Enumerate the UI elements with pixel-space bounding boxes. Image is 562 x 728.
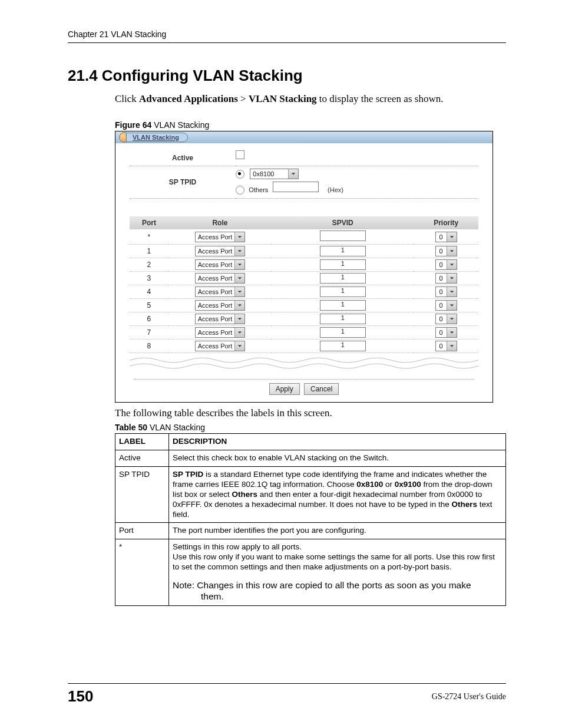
active-checkbox[interactable] — [236, 150, 244, 159]
label-active: Active — [130, 150, 236, 166]
spvid-input[interactable]: 1 — [320, 246, 366, 256]
priority-select[interactable]: 0 — [435, 300, 457, 311]
chevron-down-icon — [234, 274, 244, 283]
priority-select[interactable]: 0 — [435, 327, 457, 338]
chevron-down-icon — [447, 341, 457, 351]
chevron-down-icon — [447, 232, 457, 242]
table-row: 3Access Port10 — [130, 272, 478, 285]
cancel-button[interactable]: Cancel — [304, 383, 339, 395]
table-row: 8Access Port10 — [130, 340, 478, 353]
role-select[interactable]: Access Port — [195, 273, 246, 284]
role-select[interactable]: Access Port — [195, 300, 246, 311]
chevron-down-icon — [447, 246, 457, 256]
chevron-down-icon — [234, 260, 244, 269]
chevron-down-icon — [447, 328, 457, 337]
table-row: 7Access Port10 — [130, 326, 478, 340]
chevron-down-icon — [234, 287, 244, 297]
chevron-down-icon — [234, 301, 244, 310]
chevron-down-icon — [234, 246, 244, 256]
col-spvid: SPVID — [272, 216, 414, 229]
role-select[interactable]: Access Port — [195, 341, 246, 351]
spvid-input[interactable]: 1 — [320, 327, 366, 338]
label-others: Others — [249, 186, 268, 193]
priority-select[interactable]: 0 — [435, 259, 457, 270]
truncation-zigzag — [130, 355, 478, 370]
table-row: Port The port number identifies the port… — [115, 523, 506, 539]
after-figure-text: The following table describes the labels… — [115, 407, 506, 419]
chevron-down-icon — [447, 301, 457, 310]
page-footer: 150 GS-2724 User's Guide — [68, 683, 506, 706]
table-row: 6Access Port10 — [130, 312, 478, 326]
spvid-input[interactable]: 1 — [320, 300, 366, 311]
priority-select[interactable]: 0 — [435, 246, 457, 256]
priority-select[interactable]: 0 — [435, 314, 457, 324]
chevron-down-icon — [447, 314, 457, 324]
table-row: 5Access Port10 — [130, 299, 478, 312]
panel-titlebar: VLAN Stacking — [115, 131, 492, 143]
th-description: DESCRIPTION — [169, 434, 506, 450]
role-select[interactable]: Access Port — [195, 232, 246, 242]
spvid-input[interactable]: 1 — [320, 286, 366, 297]
table-row: 2Access Port10 — [130, 258, 478, 272]
running-header: Chapter 21 VLAN Stacking — [68, 29, 506, 43]
section-title: 21.4 Configuring VLAN Stacking — [68, 67, 506, 85]
spvid-input[interactable]: 1 — [320, 273, 366, 284]
th-label: LABEL — [115, 434, 169, 450]
chevron-down-icon — [234, 328, 244, 337]
chevron-down-icon — [234, 232, 244, 242]
priority-select[interactable]: 0 — [435, 232, 457, 242]
tpid-select[interactable]: 0x8100 — [250, 169, 299, 179]
tpid-preset-radio[interactable] — [236, 170, 244, 179]
chevron-down-icon — [234, 314, 244, 324]
role-select[interactable]: Access Port — [195, 327, 246, 338]
table-caption: Table 50 VLAN Stacking — [115, 423, 506, 432]
role-select[interactable]: Access Port — [195, 314, 246, 324]
table-row: *Access Port0 — [130, 229, 478, 245]
table-row: Active Select this check box to enable V… — [115, 450, 506, 467]
spvid-input[interactable]: 1 — [320, 341, 366, 351]
chevron-down-icon — [288, 169, 298, 179]
table-row: 1Access Port10 — [130, 245, 478, 258]
chevron-down-icon — [447, 287, 457, 297]
table-row: * Settings in this row apply to all port… — [115, 539, 506, 605]
spvid-input[interactable]: 1 — [320, 314, 366, 324]
col-role: Role — [168, 216, 272, 229]
col-port: Port — [130, 216, 168, 229]
vlan-stacking-panel: VLAN Stacking Active SP TPID 0x8100 — [115, 131, 493, 403]
description-table: LABEL DESCRIPTION Active Select this che… — [115, 433, 506, 605]
spvid-input[interactable]: 1 — [320, 259, 366, 270]
label-sp-tpid: SP TPID — [130, 169, 236, 199]
chevron-down-icon — [447, 274, 457, 283]
port-table: Port Role SPVID Priority *Access Port0 1… — [130, 216, 478, 353]
tpid-others-radio[interactable] — [236, 186, 244, 195]
tpid-others-input[interactable] — [273, 182, 319, 192]
role-select[interactable]: Access Port — [195, 286, 246, 297]
guide-name: GS-2724 User's Guide — [432, 692, 506, 701]
chevron-down-icon — [234, 341, 244, 351]
intro-text: Click Advanced Applications > VLAN Stack… — [115, 93, 506, 105]
page-number: 150 — [68, 687, 93, 706]
role-select[interactable]: Access Port — [195, 259, 246, 270]
role-select[interactable]: Access Port — [195, 246, 246, 256]
table-row: 4Access Port10 — [130, 285, 478, 299]
priority-select[interactable]: 0 — [435, 341, 457, 351]
chevron-down-icon — [447, 260, 457, 269]
figure-caption: Figure 64 VLAN Stacking — [115, 120, 506, 130]
table-row: SP TPID SP TPID is a standard Ethernet t… — [115, 467, 506, 523]
priority-select[interactable]: 0 — [435, 273, 457, 284]
apply-button[interactable]: Apply — [269, 383, 300, 395]
col-priority: Priority — [414, 216, 478, 229]
label-hex: (Hex) — [328, 186, 343, 193]
panel-title: VLAN Stacking — [126, 133, 188, 142]
spvid-input[interactable] — [320, 230, 366, 241]
priority-select[interactable]: 0 — [435, 286, 457, 297]
